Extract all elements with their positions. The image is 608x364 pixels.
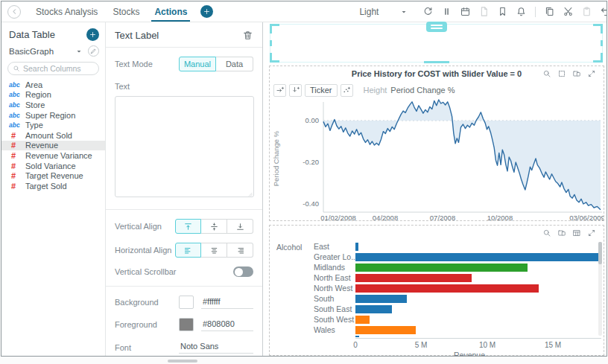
text-mode-data-button[interactable]: Data [216, 57, 253, 71]
bookmark-icon[interactable] [497, 6, 509, 18]
search-columns-box [7, 62, 99, 75]
column-type-icon: abc [9, 91, 25, 98]
line-chart-plot: 0.00-0.20-0.4001/02/200804/200807/200810… [270, 99, 604, 221]
price-history-chart-panel[interactable]: Price History for COST with Slider Value… [269, 66, 604, 221]
horizontal-align-right-button[interactable] [227, 243, 253, 258]
column-item[interactable]: abcType [1, 120, 105, 130]
text-mode-manual-button[interactable]: Manual [179, 57, 216, 71]
add-data-table-button[interactable] [86, 28, 99, 41]
bar[interactable] [355, 326, 416, 334]
column-type-icon: # [9, 162, 25, 170]
expand-icon[interactable] [586, 68, 597, 79]
ticker-breakdown-button[interactable]: Ticker [305, 84, 338, 97]
selection-edge-handle[interactable] [424, 61, 449, 63]
marquee-icon[interactable] [557, 68, 567, 79]
column-item[interactable]: #Sold Variance [1, 161, 105, 171]
export-icon[interactable] [557, 228, 567, 238]
export-icon[interactable] [571, 68, 582, 79]
column-item[interactable]: abcStore [1, 100, 105, 110]
add-column-breakdown-button[interactable] [273, 84, 286, 97]
column-item[interactable]: abcArea [1, 80, 105, 90]
bar[interactable] [355, 316, 370, 324]
delete-part-button[interactable] [241, 29, 253, 41]
table-icon[interactable] [571, 228, 582, 238]
theme-select[interactable]: Light [359, 7, 408, 17]
bar-chart-scrollbar-thumb[interactable] [598, 242, 602, 264]
bar[interactable] [355, 253, 601, 261]
column-item[interactable]: abcRegion [1, 90, 105, 100]
column-type-icon: abc [9, 101, 25, 109]
add-dashboard-button[interactable] [200, 5, 213, 18]
zoom-icon[interactable] [542, 228, 552, 238]
back-button[interactable] [7, 5, 21, 19]
bar[interactable] [355, 295, 407, 303]
refresh-icon[interactable] [422, 6, 434, 18]
selection-corner-handle[interactable] [270, 53, 279, 63]
selection-edge-handle[interactable] [270, 40, 272, 46]
background-color-swatch[interactable] [179, 296, 194, 309]
background-color-value[interactable]: #ffffff [201, 296, 253, 309]
bar[interactable] [355, 274, 472, 282]
selection-corner-handle[interactable] [270, 24, 279, 33]
horizontal-align-left-button[interactable] [175, 243, 201, 258]
font-family-select[interactable]: Noto Sans [179, 340, 253, 354]
column-type-icon: abc [9, 81, 25, 89]
tab-actions[interactable]: Actions [147, 1, 194, 22]
selected-text-label-part[interactable] [270, 24, 603, 63]
column-label: Revenue Variance [25, 151, 92, 160]
expand-icon[interactable] [586, 228, 597, 238]
tab-stocks-analysis[interactable]: Stocks Analysis [28, 1, 105, 22]
column-item[interactable]: #Revenue [1, 141, 105, 151]
pause-icon[interactable] [441, 6, 453, 18]
bar[interactable] [355, 305, 392, 313]
svg-text:07/2008: 07/2008 [430, 214, 455, 221]
zoom-icon[interactable] [542, 68, 552, 79]
add-row-breakdown-button[interactable] [289, 84, 302, 97]
text-value-textarea[interactable] [115, 96, 254, 197]
bar-chart-plot: AlcoholEastGreater Lo...MidlandsNorth Ea… [270, 240, 604, 355]
copy-icon[interactable] [544, 6, 556, 18]
vertical-align-top-icon [183, 222, 193, 232]
cut-icon[interactable] [563, 6, 574, 18]
bar[interactable] [355, 243, 358, 251]
schedule-icon[interactable] [460, 6, 472, 18]
search-columns-input[interactable] [23, 64, 94, 73]
column-item[interactable]: abcSuper Region [1, 110, 105, 121]
foreground-color-swatch[interactable] [179, 318, 194, 331]
column-item[interactable]: #Target Sold [1, 181, 105, 191]
revenue-bar-chart-panel[interactable]: AlcoholEastGreater Lo...MidlandsNorth Ea… [269, 225, 604, 356]
bar[interactable] [355, 264, 528, 272]
vertical-scrollbar-toggle[interactable] [233, 266, 253, 277]
column-item[interactable]: #Revenue Variance [1, 150, 105, 161]
scatter-plus-icon-button[interactable] [341, 84, 353, 97]
panel-scroll-indicator[interactable] [168, 360, 197, 363]
bar-category-label: East [314, 242, 329, 251]
top-toolbar: Stocks AnalysisStocksActions Light Save … [1, 1, 607, 22]
data-table-select[interactable]: BasicGraph [9, 47, 75, 56]
properties-panel-title: Text Label [115, 30, 159, 41]
height-value[interactable]: Period Change % [390, 86, 455, 95]
chevron-down-icon[interactable] [75, 47, 83, 56]
vertical-align-top-button[interactable] [175, 219, 201, 234]
vertical-align-bottom-button[interactable] [227, 219, 253, 234]
column-label: Area [25, 80, 42, 89]
selection-drag-handle[interactable] [426, 22, 447, 32]
arrow-right-plus-icon [276, 86, 285, 95]
bar-chart-scrollbar-track[interactable] [598, 242, 602, 336]
selection-corner-handle[interactable] [593, 24, 603, 33]
bar[interactable] [355, 284, 539, 293]
undo-icon[interactable] [600, 6, 607, 18]
foreground-color-value[interactable]: #808080 [201, 318, 253, 331]
alerts-icon[interactable] [516, 6, 528, 18]
vertical-align-middle-icon [209, 222, 219, 232]
x-axis-tick: 0 [353, 341, 358, 349]
selection-corner-handle[interactable] [593, 53, 603, 63]
edit-data-table-button[interactable] [88, 45, 99, 57]
selection-edge-handle[interactable] [601, 40, 603, 46]
tab-stocks[interactable]: Stocks [105, 1, 147, 22]
column-item[interactable]: #Target Revenue [1, 170, 105, 181]
column-item[interactable]: #Amount Sold [1, 130, 105, 141]
vertical-align-middle-button[interactable] [201, 219, 227, 234]
horizontal-align-center-button[interactable] [201, 243, 227, 258]
vertical-scrollbar-label: Vertical Scrollbar [115, 267, 177, 276]
